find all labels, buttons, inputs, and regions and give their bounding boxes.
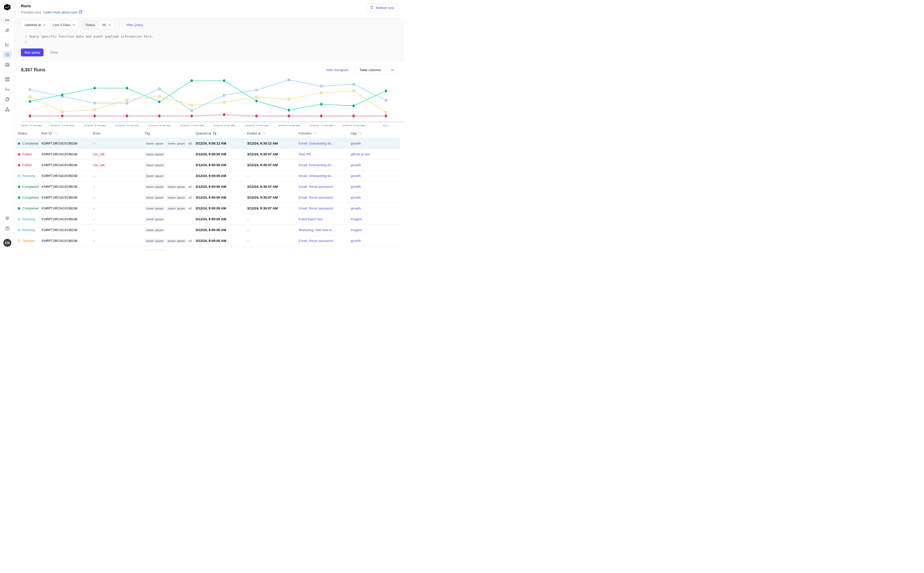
tag-cell: lorem: ipsum [144, 228, 196, 232]
sidebar-item-apps[interactable] [3, 75, 12, 83]
sidebar-item-runs[interactable] [3, 51, 12, 58]
tag-cell: lorem: ipsum [144, 152, 196, 157]
status-filter-dropdown[interactable]: All [99, 20, 114, 29]
app-link[interactable]: growth [351, 239, 361, 243]
column-header-ended-at[interactable]: Ended at [247, 132, 299, 135]
env-settings-sliders-icon[interactable] [3, 26, 12, 34]
app-link[interactable]: Inngest [351, 217, 362, 221]
data-point-failed [191, 115, 193, 117]
environment-badge[interactable]: PR [3, 17, 11, 24]
function-link[interactable]: Email: Reset password [299, 239, 333, 243]
column-header-queued-at[interactable]: Queued at [196, 132, 247, 135]
column-header-app[interactable]: App [351, 132, 400, 135]
run-id: 01HRPT19RJSA1019B2GN [41, 152, 93, 156]
status-dot-running [18, 229, 20, 232]
table-row[interactable]: Queued01HRPT19RJSA1019B2GN–lorem: ipsuml… [16, 235, 400, 246]
tag-chip: lorem: ipsum [166, 185, 187, 189]
app-link[interactable]: growth [351, 141, 361, 145]
function-link[interactable]: Email: Reset password [299, 196, 333, 199]
function-link[interactable]: Email: Onboarding dri… [299, 163, 334, 167]
hide-histogram-link[interactable]: Hide histogram [326, 68, 349, 72]
status-dot-completed [18, 196, 20, 199]
sidebar-item-functions[interactable] [3, 85, 12, 93]
app-link[interactable]: growth [351, 207, 361, 210]
queued-at-cell: 3/12/24, 9:00:00 AM [196, 152, 247, 156]
error-cell: – [93, 207, 144, 210]
results-header: 8,367 Runs Hide histogram Table columns [15, 61, 404, 77]
page-subtitle-text: Function runs. [21, 10, 42, 14]
app-link[interactable]: github-pr-bot [351, 152, 370, 156]
function-link[interactable]: Email: Reset password [299, 185, 333, 189]
function-link[interactable]: New PR [299, 152, 311, 156]
refresh-runs-button[interactable]: Refresh runs [366, 4, 398, 12]
app-link[interactable]: growth [351, 196, 361, 199]
app-link[interactable]: growth [351, 250, 361, 250]
help-icon[interactable] [3, 224, 12, 232]
column-header-function[interactable]: Function [299, 132, 351, 135]
status-label: Running [22, 228, 35, 232]
chevron-down-icon [43, 24, 46, 26]
table-row[interactable]: Failed01HRPT19RJSA1019B2GNnot_sdklorem: … [16, 160, 400, 171]
table-row[interactable]: Running01HRPT19RJSA1019B2GN–lorem: ipsum… [16, 214, 400, 225]
app-link[interactable]: Inngest [351, 228, 362, 232]
status-filter-label: Status [82, 20, 99, 29]
tag-chip: lorem: ipsum [166, 195, 187, 200]
function-link[interactable]: Event batch test [299, 217, 323, 221]
data-point-failed [353, 115, 354, 117]
table-columns-dropdown[interactable]: Table columns [356, 66, 398, 74]
data-point-queued [223, 101, 225, 103]
table-row[interactable]: Running01HRPT19RJSA1019B2GN–lorem: ipsum… [16, 225, 400, 235]
app-link[interactable]: growth [351, 174, 361, 178]
app-cell: Inngest [351, 217, 400, 221]
time-field-dropdown[interactable]: Updated at [21, 20, 49, 29]
column-header-run-id[interactable]: Run ID [41, 132, 93, 135]
function-cell: Email: Reset password [299, 239, 351, 243]
app-link[interactable]: growth [351, 163, 361, 167]
sidebar-item-events[interactable] [3, 96, 12, 103]
status-label: Queued [22, 239, 34, 243]
table-row[interactable]: Completed01HRPT19RJSA1019B2GN–lorem: ips… [16, 138, 400, 149]
series-line-queued [30, 91, 386, 113]
app-link[interactable]: growth [351, 185, 361, 189]
learn-more-link[interactable]: Learn more about runs [43, 10, 82, 14]
chevron-down-icon [73, 24, 75, 26]
run-id: 01HRPT19RJSA1019B2GN [41, 228, 93, 232]
table-row[interactable]: Completed01HRPT19RJSA1019B2GN–lorem: ips… [16, 203, 400, 214]
status-label: Running [22, 174, 35, 178]
table-row[interactable]: Cancelled01HRPT19RJSA1019B2GN–lorem: ips… [16, 246, 400, 250]
function-link[interactable]: Email: Reset password [299, 207, 333, 210]
sidebar-item-event-search[interactable] [3, 61, 12, 69]
query-text: Query specific function data and event p… [30, 34, 153, 39]
hide-query-link[interactable]: Hide Query [126, 23, 143, 27]
sidebar-item-metrics[interactable] [3, 41, 12, 49]
function-link[interactable]: Email: Onboarding dri… [299, 174, 334, 178]
query-editor[interactable]: 1Query specific function data and event … [21, 34, 398, 45]
ended-at-cell: 3/12/24, 9:30:07 AM [247, 196, 299, 199]
sidebar-item-webhooks[interactable] [3, 105, 12, 113]
user-avatar[interactable]: CN [3, 239, 11, 247]
table-row[interactable]: Completed01HRPT19RJSA1019B2GN–lorem: ips… [16, 192, 400, 203]
run-id: 01HRPT19RJSA1019B2GN [41, 142, 93, 145]
inngest-logo-icon[interactable] [3, 3, 11, 12]
table-row[interactable]: Completed01HRPT19RJSA1019B2GN–lorem: ips… [16, 182, 400, 192]
data-point-completed [385, 90, 387, 92]
status-cell: Queued [18, 239, 41, 243]
data-point-failed [255, 115, 257, 117]
tag-chip: lorem: ipsum [166, 239, 187, 243]
dev-server-plug-icon[interactable] [3, 214, 12, 222]
run-id: 01HRPT19RJSA1019B2GN [41, 174, 93, 178]
error-cell: not_sdk [93, 152, 144, 156]
data-point-running [126, 102, 128, 104]
function-link[interactable]: Email: Onboarding dri… [299, 141, 334, 145]
function-link[interactable]: Email: Onboarding dri… [299, 250, 334, 250]
ended-at-cell: – [247, 239, 299, 243]
table-row[interactable]: Running01HRPT19RJSA1019B2GN–lorem: ipsum… [16, 171, 400, 182]
data-point-completed [191, 79, 193, 82]
status-label: Completed [22, 185, 39, 189]
clear-query-button[interactable]: Clear [50, 50, 58, 54]
table-row[interactable]: Failed01HRPT19RJSA1019B2GNnot_sdklorem: … [16, 149, 400, 160]
time-range-dropdown[interactable]: Last 3 Days [49, 20, 79, 29]
error-cell: – [93, 196, 144, 199]
run-query-button[interactable]: Run query [21, 49, 44, 56]
function-link[interactable]: Marketing: Add new si… [299, 228, 335, 232]
